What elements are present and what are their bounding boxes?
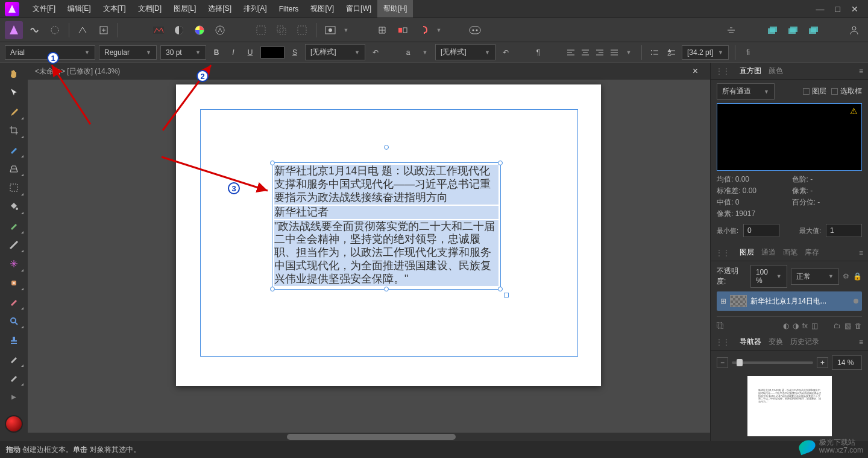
panel-menu-icon[interactable]: ≡ <box>859 249 863 257</box>
paragraph-2[interactable]: 新华社记者 <box>274 206 498 219</box>
smudge-tool-icon[interactable] <box>4 217 24 234</box>
selection-checkbox[interactable]: 选取框 <box>831 86 862 97</box>
char-style-dropdown[interactable]: [无样式]▼ <box>305 44 365 60</box>
leading-dropdown[interactable]: [34.2 pt]▼ <box>682 45 729 60</box>
crop-tool-icon[interactable] <box>4 122 24 139</box>
zoom-dropdown[interactable]: 14 % <box>832 355 862 370</box>
zoom-tool-icon[interactable] <box>4 313 24 329</box>
panel-grip-icon[interactable]: ⋮⋮ <box>715 249 730 257</box>
heal-tool-icon[interactable] <box>4 275 24 291</box>
align-more-icon[interactable]: ▼ <box>622 46 635 59</box>
tab-channels[interactable]: 通道 <box>761 247 776 258</box>
tab-history[interactable]: 历史记录 <box>790 337 819 347</box>
panel-menu-icon[interactable]: ≡ <box>859 338 863 346</box>
opacity-dropdown[interactable]: 100 %▼ <box>750 265 787 288</box>
quickmask-dropdown-icon[interactable]: ▼ <box>342 21 350 39</box>
para-style-dropdown[interactable]: [无样式]▼ <box>435 44 495 60</box>
paint-tool-icon[interactable] <box>4 141 24 158</box>
channel-dropdown[interactable]: 所有通道▼ <box>717 83 775 100</box>
underline-button[interactable]: U <box>244 46 257 59</box>
layer-mask-icon[interactable]: ◐ <box>783 322 789 330</box>
align-left-button[interactable] <box>564 46 577 59</box>
hand-tool-icon[interactable] <box>4 65 24 82</box>
menu-select[interactable]: 选择[S] <box>202 0 237 17</box>
tab-layers[interactable]: 图层 <box>740 247 754 258</box>
layer-merge-icon[interactable] <box>804 21 822 39</box>
menu-view[interactable]: 视图[V] <box>304 0 340 17</box>
zoom-slider[interactable] <box>732 361 813 364</box>
scrollbar-thumb[interactable] <box>287 434 456 440</box>
layer-lock-icon[interactable]: 🔒 <box>853 272 862 281</box>
text-color-swatch[interactable] <box>260 46 285 59</box>
align-center-button[interactable] <box>579 46 592 59</box>
persona-photo-icon[interactable] <box>5 21 23 39</box>
mask-tool-icon[interactable] <box>4 351 24 367</box>
quickmask-icon[interactable] <box>321 21 339 39</box>
ligature-button[interactable]: fi <box>741 46 755 59</box>
flood-tool-icon[interactable] <box>4 199 24 215</box>
list-number-button[interactable]: 12 <box>665 46 678 59</box>
move-tool-icon[interactable] <box>4 84 24 101</box>
menu-filters[interactable]: Filters <box>273 1 305 17</box>
handle-tl[interactable] <box>270 161 275 165</box>
layer-checkbox[interactable]: 图层 <box>803 86 826 97</box>
perspective-tool-icon[interactable] <box>4 161 24 177</box>
layer-group-icon[interactable]: ⿻ <box>717 322 724 330</box>
rotate-handle[interactable] <box>384 145 389 150</box>
marquee-tool-icon[interactable] <box>4 179 24 196</box>
zoom-out-button[interactable]: − <box>717 357 728 368</box>
layer-fx-icon[interactable]: fx <box>802 322 808 330</box>
panel-grip-icon[interactable]: ⋮⋮ <box>715 338 730 346</box>
paragraph-1[interactable]: 新华社北京1月14日电 题：以政法工作现代化支撑和服务中国式现代化——习近平总书… <box>274 165 498 205</box>
persona-liquify-icon[interactable] <box>25 21 43 39</box>
adjust-autolevel-icon[interactable] <box>211 21 229 39</box>
handle-tr[interactable] <box>498 161 503 165</box>
persona-tone-icon[interactable] <box>74 21 92 39</box>
layer-visibility-icon[interactable] <box>854 299 858 304</box>
zoom-slider-thumb[interactable] <box>737 359 743 366</box>
blendmode-dropdown[interactable]: 正常▼ <box>791 269 839 285</box>
italic-button[interactable]: I <box>227 46 240 59</box>
snap-toggle-icon[interactable] <box>394 21 412 39</box>
selection-add-icon[interactable] <box>272 21 291 39</box>
selection-sub-icon[interactable] <box>293 21 311 39</box>
align-right-button[interactable] <box>593 46 606 59</box>
menu-window[interactable]: 窗口[W] <box>340 0 377 17</box>
bold-button[interactable]: B <box>210 46 223 59</box>
menu-document[interactable]: 文档[D] <box>132 0 168 17</box>
tab-transform[interactable]: 变换 <box>769 337 783 347</box>
layer-folder-icon[interactable]: 🗀 <box>834 322 841 330</box>
menu-arrange[interactable]: 排列[A] <box>237 0 273 17</box>
menu-text[interactable]: 文本[T] <box>97 0 132 17</box>
max-input[interactable] <box>826 224 862 237</box>
menu-file[interactable]: 文件[F] <box>27 0 61 17</box>
sparkle-tool-icon[interactable] <box>4 255 24 272</box>
handle-br[interactable] <box>498 287 503 291</box>
text-box[interactable]: 新华社北京1月14日电 题：以政法工作现代化支撑和服务中国式现代化——习近平总书… <box>272 162 501 290</box>
selection-new-icon[interactable] <box>252 21 270 39</box>
color-picker-tool-icon[interactable] <box>4 103 24 120</box>
layer-item[interactable]: ⊞ 新华社北京1月14日电... <box>717 291 862 311</box>
paragraph-3[interactable]: "政法战线要全面贯彻落实党的二十大和二十届二中全会精神，坚持党的绝对领导，忠诚履… <box>274 220 498 286</box>
layer-delete-icon[interactable]: 🗑 <box>855 322 862 330</box>
menu-help[interactable]: 帮助[H] <box>377 0 413 17</box>
adjust-contrast-icon[interactable] <box>170 21 188 39</box>
tab-brushes[interactable]: 画笔 <box>783 247 797 258</box>
menu-edit[interactable]: 编辑[E] <box>61 0 97 17</box>
layer-dup-icon[interactable] <box>784 21 802 39</box>
tab-histogram[interactable]: 直方图 <box>740 66 761 76</box>
layer-add-icon[interactable] <box>763 21 781 39</box>
layer-adjust-icon[interactable]: ◑ <box>793 322 799 330</box>
layer-thumbnail[interactable] <box>730 295 747 307</box>
navigator-thumbnail[interactable]: 新华社北京1月14日电 题：以政法工作现代化支撑和服务中国式现代化——习近平总书… <box>747 376 832 436</box>
layer-new-icon[interactable]: ▧ <box>844 322 851 330</box>
handle-bl[interactable] <box>270 287 275 291</box>
para-style-icon[interactable]: a <box>401 46 415 59</box>
document-tab-close[interactable]: × <box>688 66 703 77</box>
align-justify-button[interactable] <box>608 46 621 59</box>
para-style-dropdown-icon[interactable]: ▼ <box>418 46 432 59</box>
more-tools-icon[interactable]: ▶ <box>4 389 24 406</box>
para-reset-icon[interactable]: ↶ <box>499 46 512 59</box>
account-icon[interactable] <box>845 21 863 39</box>
assist-dropdown-icon[interactable]: ▼ <box>435 21 443 39</box>
